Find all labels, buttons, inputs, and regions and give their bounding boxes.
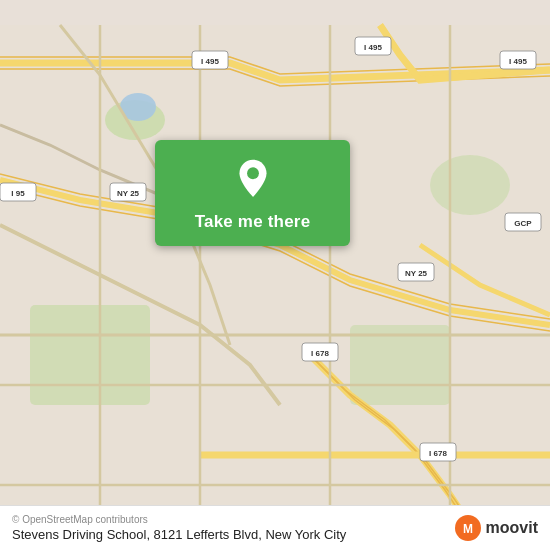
map-svg: I 495 I 495 I 495 I 678 I 678 NY 25 NY 2… (0, 0, 550, 550)
take-me-there-label: Take me there (195, 212, 311, 232)
location-pin-icon (231, 158, 275, 202)
svg-text:I 495: I 495 (364, 43, 382, 52)
moovit-logo-icon: M (454, 514, 482, 542)
svg-text:GCP: GCP (514, 219, 532, 228)
svg-text:NY 25: NY 25 (117, 189, 140, 198)
map-background: I 495 I 495 I 495 I 678 I 678 NY 25 NY 2… (0, 0, 550, 550)
svg-text:M: M (463, 522, 473, 536)
svg-text:I 678: I 678 (429, 449, 447, 458)
take-me-there-card[interactable]: Take me there (155, 140, 350, 246)
bottom-bar: © OpenStreetMap contributors Stevens Dri… (0, 505, 550, 550)
address-text: Stevens Driving School, 8121 Lefferts Bl… (12, 527, 346, 542)
svg-text:I 95: I 95 (11, 189, 25, 198)
moovit-logo: M moovit (454, 514, 538, 542)
copyright-text: © OpenStreetMap contributors (12, 514, 346, 525)
svg-point-24 (247, 167, 259, 179)
svg-text:I 678: I 678 (311, 349, 329, 358)
map-container: I 495 I 495 I 495 I 678 I 678 NY 25 NY 2… (0, 0, 550, 550)
svg-text:NY 25: NY 25 (405, 269, 428, 278)
svg-text:I 495: I 495 (201, 57, 219, 66)
moovit-text: moovit (486, 519, 538, 537)
svg-text:I 495: I 495 (509, 57, 527, 66)
svg-rect-2 (30, 305, 150, 405)
bottom-left: © OpenStreetMap contributors Stevens Dri… (12, 514, 346, 542)
svg-rect-3 (350, 325, 450, 405)
svg-point-4 (430, 155, 510, 215)
